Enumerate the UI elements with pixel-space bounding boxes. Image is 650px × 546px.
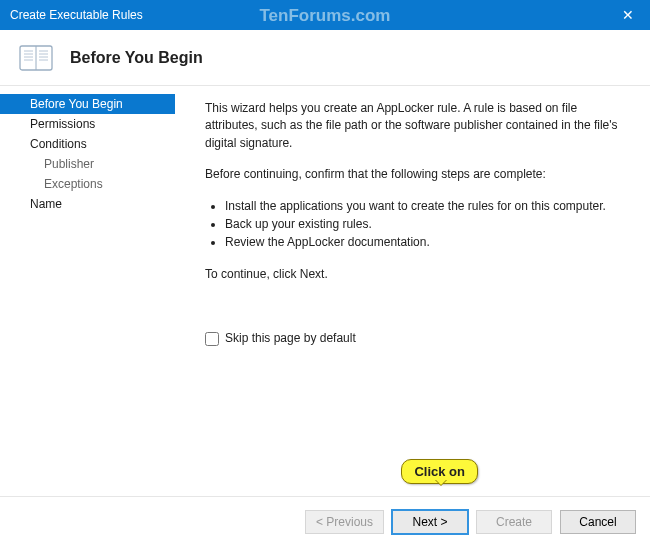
create-button: Create (476, 510, 552, 534)
titlebar: Create Executable Rules ✕ TenForums.com (0, 0, 650, 30)
nav-permissions[interactable]: Permissions (0, 114, 175, 134)
cancel-button[interactable]: Cancel (560, 510, 636, 534)
skip-page-label: Skip this page by default (225, 330, 356, 347)
prereq-list: Install the applications you want to cre… (205, 198, 628, 252)
page-title: Before You Begin (70, 49, 203, 67)
skip-page-row: Skip this page by default (205, 330, 356, 347)
previous-button: < Previous (305, 510, 384, 534)
nav-name[interactable]: Name (0, 194, 175, 214)
intro-text: This wizard helps you create an AppLocke… (205, 100, 628, 152)
nav-exceptions[interactable]: Exceptions (0, 174, 175, 194)
nav-conditions[interactable]: Conditions (0, 134, 175, 154)
callout-tooltip: Click on (401, 459, 478, 484)
wizard-header: Before You Begin (0, 30, 650, 86)
close-button[interactable]: ✕ (605, 0, 650, 30)
next-button[interactable]: Next > (392, 510, 468, 534)
rulebook-icon (16, 40, 56, 76)
list-item: Back up your existing rules. (225, 216, 628, 233)
wizard-body: Before You Begin Permissions Conditions … (0, 86, 650, 496)
skip-page-checkbox[interactable] (205, 332, 219, 346)
nav-publisher[interactable]: Publisher (0, 154, 175, 174)
close-icon: ✕ (622, 7, 634, 23)
list-item: Review the AppLocker documentation. (225, 234, 628, 251)
window-title: Create Executable Rules (10, 8, 143, 22)
wizard-content: This wizard helps you create an AppLocke… (175, 86, 650, 496)
list-item: Install the applications you want to cre… (225, 198, 628, 215)
before-continuing-text: Before continuing, confirm that the foll… (205, 166, 628, 183)
continue-text: To continue, click Next. (205, 266, 628, 283)
nav-before-you-begin[interactable]: Before You Begin (0, 94, 175, 114)
wizard-nav: Before You Begin Permissions Conditions … (0, 86, 175, 496)
wizard-footer: Click on < Previous Next > Create Cancel (0, 496, 650, 546)
